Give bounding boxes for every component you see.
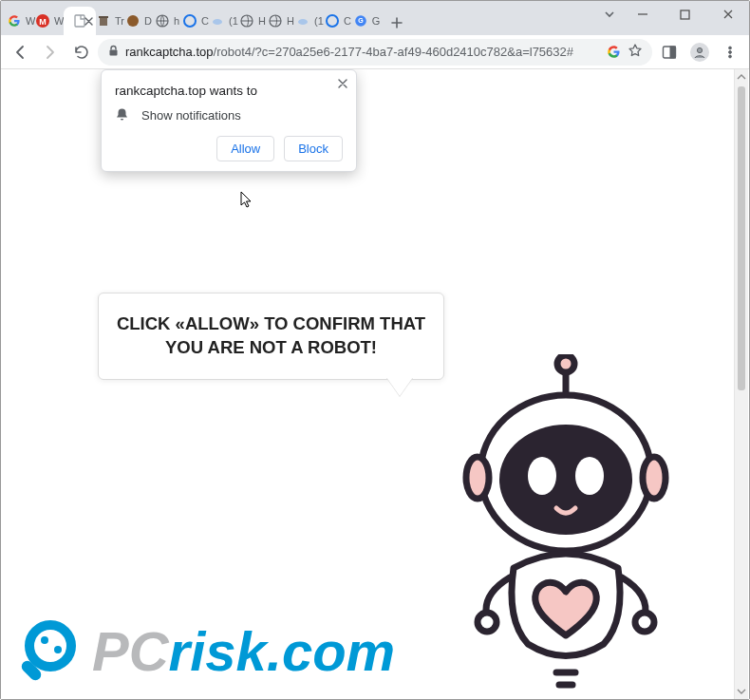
profile-button[interactable]	[686, 39, 713, 66]
nav-back-button[interactable]	[7, 39, 33, 66]
svg-rect-18	[670, 47, 676, 58]
tab-label: (1	[229, 15, 238, 27]
bookmark-star-icon[interactable]	[628, 43, 643, 62]
side-panel-icon	[662, 45, 677, 60]
tab-label: h	[174, 15, 179, 27]
scroll-down-arrow-icon[interactable]	[735, 684, 748, 699]
tab-label: W	[54, 15, 64, 27]
robot-illustration	[447, 354, 684, 699]
nav-forward-button[interactable]	[37, 39, 64, 66]
close-icon	[722, 9, 734, 20]
svg-text:PCrisk.com: PCrisk.com	[92, 620, 395, 682]
tab-label: (1	[314, 15, 324, 27]
tab-label: G	[372, 15, 381, 27]
tab-11[interactable]: C	[324, 7, 352, 35]
favicon-trash	[96, 13, 111, 28]
toolbar-right	[656, 39, 743, 66]
permission-item-label: Show notifications	[141, 108, 241, 123]
favicon-google: G	[353, 13, 368, 28]
svg-point-22	[729, 55, 732, 58]
svg-point-27	[643, 457, 666, 499]
svg-point-5	[127, 15, 139, 27]
window-minimize-button[interactable]	[621, 1, 664, 28]
watermark-text-rest: risk.com	[169, 620, 396, 682]
tab-label: H	[258, 15, 266, 27]
favicon-cloud	[295, 13, 310, 28]
svg-point-20	[729, 47, 732, 49]
favicon-c-blue	[325, 13, 340, 28]
favicon-c-blue	[182, 13, 197, 28]
permission-allow-button[interactable]: Allow	[216, 136, 274, 161]
side-panel-button[interactable]	[656, 39, 683, 66]
menu-button[interactable]	[717, 39, 743, 66]
close-tab-icon[interactable]	[84, 13, 94, 30]
tab-strip: W M W Tr D h	[1, 1, 749, 35]
watermark-logo: PCrisk.com	[18, 612, 417, 693]
window-controls	[598, 1, 749, 35]
minimize-icon	[637, 9, 648, 20]
tab-7[interactable]: (1	[210, 7, 238, 35]
svg-point-29	[528, 457, 556, 495]
svg-point-31	[478, 613, 497, 632]
svg-point-7	[184, 15, 196, 27]
window-close-button[interactable]	[706, 1, 749, 28]
svg-point-19	[697, 47, 702, 52]
svg-point-32	[635, 613, 654, 632]
tab-label: C	[344, 15, 351, 27]
google-search-icon[interactable]	[607, 45, 622, 60]
tab-label: H	[287, 15, 294, 27]
tab-2-active[interactable]	[64, 7, 96, 35]
window-maximize-button[interactable]	[664, 1, 706, 28]
tab-label: D	[144, 15, 152, 27]
arrow-right-icon	[42, 44, 59, 61]
vertical-scrollbar[interactable]	[734, 69, 748, 699]
svg-rect-4	[99, 16, 108, 18]
close-icon	[337, 78, 348, 89]
speech-bubble: CLICK «ALLOW» TO CONFIRM THAT YOU ARE NO…	[98, 293, 444, 380]
tab-label: Tr	[115, 15, 124, 27]
favicon-globe	[155, 13, 170, 28]
svg-rect-15	[681, 10, 689, 19]
tab-9[interactable]: H	[267, 7, 295, 35]
svg-point-21	[729, 50, 732, 53]
arrow-left-icon	[11, 44, 28, 61]
permission-title: rankcaptcha.top wants to	[115, 84, 343, 98]
bell-icon	[115, 107, 130, 123]
tab-1[interactable]: M W	[35, 7, 64, 35]
maximize-icon	[680, 9, 690, 20]
permission-close-button[interactable]	[337, 76, 348, 93]
tab-4[interactable]: D	[124, 7, 153, 35]
svg-point-30	[575, 457, 604, 495]
tab-5[interactable]: h	[153, 7, 181, 35]
scroll-up-arrow-icon[interactable]	[735, 69, 748, 85]
reload-button[interactable]	[67, 39, 94, 66]
favicon-brown	[125, 13, 141, 28]
tab-3[interactable]: Tr	[96, 7, 124, 35]
bubble-text: CLICK «ALLOW» TO CONFIRM THAT YOU ARE NO…	[116, 312, 426, 360]
omnibox-url: rankcaptcha.top/robot4/?c=270a25e6-2177-…	[125, 45, 601, 59]
page-viewport: rankcaptcha.top wants to Show notificati…	[1, 69, 749, 699]
svg-point-28	[499, 425, 632, 535]
favicon-m-red: M	[35, 13, 50, 28]
svg-point-12	[327, 15, 338, 27]
svg-point-11	[298, 19, 308, 25]
tab-8[interactable]: H	[238, 7, 267, 35]
permission-prompt: rankcaptcha.top wants to Show notificati…	[101, 69, 357, 172]
tab-6[interactable]: C	[181, 7, 210, 35]
new-tab-button[interactable]	[384, 10, 409, 35]
svg-point-37	[54, 646, 62, 653]
kebab-icon	[723, 46, 737, 59]
tabs-dropdown-icon[interactable]	[598, 1, 621, 28]
omnibox[interactable]: rankcaptcha.top/robot4/?c=270a25e6-2177-…	[98, 39, 652, 66]
tab-10[interactable]: (1	[295, 7, 324, 35]
tab-0[interactable]: W	[7, 7, 35, 35]
permission-block-button[interactable]: Block	[284, 136, 343, 161]
svg-point-8	[213, 19, 222, 25]
tab-label: W	[26, 15, 35, 27]
watermark-text-pc: PC	[92, 620, 170, 682]
svg-text:M: M	[39, 17, 47, 27]
favicon-globe	[239, 13, 254, 28]
bubble-tail-icon	[386, 377, 413, 396]
scroll-thumb[interactable]	[738, 86, 745, 390]
tab-12[interactable]: G G	[352, 7, 381, 35]
